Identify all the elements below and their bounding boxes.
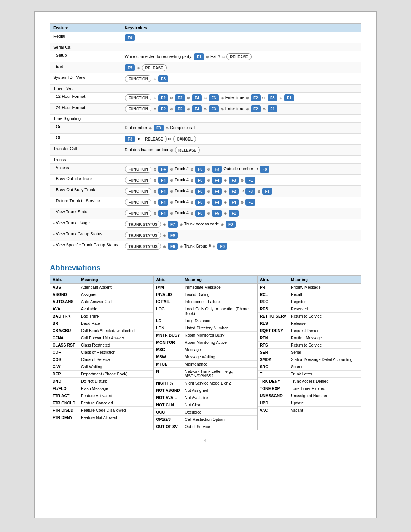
abbr-meaning: Occupied [182, 409, 257, 416]
abbr-meaning: Auto Answer Call [79, 298, 153, 305]
feature-cell: - On [50, 123, 121, 134]
feature-cell: Time - Set [50, 85, 121, 93]
abbr-code: MNTR BUSY [154, 332, 182, 339]
feature-cell: Tone Signaling [50, 115, 121, 123]
abbr-meaning: Call Forward No Answer [79, 334, 153, 342]
abbr-code: IC FAIL [154, 298, 182, 305]
keystrokes-col-header: Keystrokes [121, 24, 361, 32]
abbr-meaning: Station Message Detail Accounting [288, 356, 361, 363]
abbr-code: BR [50, 320, 79, 327]
abbr-row: MONITORRoom Monitoring Active [154, 339, 257, 346]
abbr-row: NOT ASGNDNot Assigned [154, 387, 257, 394]
feature-cell: - 12-Hour Format [50, 93, 121, 104]
abbreviations-title: Abbreviations [50, 264, 361, 272]
abbr-col-2: Abb. Meaning IMMImmediate MessageINVALID… [154, 276, 257, 430]
abbr-row: VACVacant [258, 407, 361, 414]
abbr-code: IMM [154, 284, 182, 291]
abbr-code: FTR ACT [50, 392, 79, 399]
abbr-code: RTS [258, 342, 289, 349]
abbr-meaning: Class Restricted [79, 342, 153, 349]
abbr-header-3: Abb. [258, 276, 289, 284]
abbr-code: SMDA [258, 356, 289, 363]
abbr-code [258, 414, 289, 417]
abbr-code: RQST DENY [258, 327, 289, 334]
abbr-meaning: Priority Message [288, 284, 361, 291]
abbr-code: FL/FLO [50, 385, 79, 392]
abbr-meaning: Recall [288, 291, 361, 298]
abbr-row: CORClass of Restriction [50, 349, 153, 356]
feature-cell: Serial Call [50, 43, 121, 51]
abbr-row: OP1/2/3Call Restriction Option [154, 416, 257, 423]
keystroke-cell [121, 156, 361, 164]
abbr-meaning: Flash Message [79, 385, 153, 392]
abbr-code: SRC [258, 363, 289, 371]
keystroke-cell [121, 115, 361, 123]
meaning-header-1: Meaning [79, 276, 153, 284]
abbr-col-1: Abb. Meaning ABSAttendant AbsentASGNDAss… [50, 276, 154, 430]
abbr-row: RTSReturn to Service [258, 342, 361, 349]
abbr-header-1: Abb. [50, 276, 79, 284]
feature-cell: - Return Trunk to Service [50, 197, 121, 208]
abbr-code: RES [258, 305, 289, 313]
abbr-row: SRCSource [258, 363, 361, 371]
abbr-meaning: Feature Not Allowed [79, 414, 153, 421]
abbr-meaning: Interconnect Failure [182, 298, 257, 305]
abbr-row: FTR DISLDFeature Code Disallowed [50, 407, 153, 414]
abbr-code: OCC [154, 409, 182, 416]
feature-cell: - Setup [50, 51, 121, 62]
abbr-meaning: Invalid Dialing [182, 291, 257, 298]
abbr-code: FTR DISLD [50, 407, 79, 414]
abbr-meaning: Call Waiting [79, 363, 153, 371]
abbr-meaning: Feature Code Disallowed [79, 407, 153, 414]
abbr-meaning: Tone Timer Expired [288, 385, 361, 392]
abbr-code: BAD TRK [50, 313, 79, 320]
keystroke-cell: FUNCTION ⊕ F8 [121, 73, 361, 85]
abbr-row: CLASS RSTClass Restricted [50, 342, 153, 349]
abbr-code: AUTO-ANS [50, 298, 79, 305]
keystroke-cell: FUNCTION ⊕ F2 ⊕ F2 ⊕ F4 ⊕ F3 ⊕ Enter tim… [121, 93, 361, 104]
abbr-code: COS [50, 356, 79, 363]
abbr-meaning: Class of Service [79, 356, 153, 363]
abbr-row: MTCEMaintenance [154, 361, 257, 368]
feature-cell: - Off [50, 134, 121, 145]
abbr-meaning: Local Calls Only or Location (Phone Book… [182, 305, 257, 317]
abbr-row: SMDAStation Message Detail Accounting [258, 356, 361, 363]
abbr-row: LDLong Distance [154, 317, 257, 324]
abbr-code: FTR DENY [50, 414, 79, 421]
abbr-row: RTNRoutine Message [258, 334, 361, 342]
keystroke-cell: Dial number ⊕ F3 ⊕ Complete call [121, 123, 361, 134]
abbr-row: OUT OF SVOut of Service [154, 423, 257, 430]
abbr-row: RESReserved [258, 305, 361, 313]
abbr-code: PR [258, 284, 289, 291]
feature-table: Feature Keystrokes RedialF9Serial Call- … [50, 23, 361, 252]
feature-cell: - Busy Out Idle Trunk [50, 175, 121, 186]
abbr-meaning: Bad Trunk [79, 313, 153, 320]
abbr-row: TRK DENYTrunk Access Denied [258, 378, 361, 385]
abbr-code: C/W [50, 363, 79, 371]
abbr-code: RCL [258, 291, 289, 298]
abbr-meaning: Out of Service [182, 423, 257, 430]
abbr-row: TTrunk Letter [258, 371, 361, 378]
abbr-code: OUT OF SV [154, 423, 182, 430]
abbr-code: CBA/CBU [50, 327, 79, 334]
abbr-meaning: Release [288, 320, 361, 327]
abbr-code: N [154, 368, 182, 380]
abbr-row: LDNListed Directory Number [154, 324, 257, 332]
feature-cell: Trunks [50, 156, 121, 164]
abbr-code: MSG [154, 346, 182, 353]
abbr-col-3: Abb. Meaning PRPriority MessageRCLRecall… [258, 276, 361, 430]
abbr-row: FTR DENYFeature Not Allowed [50, 414, 153, 421]
keystroke-cell: FUNCTION ⊕ F4 ⊕ Trunk # ⊕ F0 ⊕ F4 ⊕ F2 o… [121, 186, 361, 197]
abbr-row: UPDUpdate [258, 399, 361, 407]
abbr-code: UNASSGND [258, 392, 289, 399]
meaning-header-3: Meaning [288, 276, 361, 284]
abbr-meaning: Trunk Letter [288, 371, 361, 378]
abbr-code: NIGHT ½ [154, 380, 182, 387]
abbr-code: RLS [258, 320, 289, 327]
abbr-meaning: Reserved [288, 305, 361, 313]
abbr-meaning: Unassigned Number [288, 392, 361, 399]
abbr-row: MSGMessage [154, 346, 257, 353]
abbr-code: OP1/2/3 [154, 416, 182, 423]
abbr-meaning: Serial [288, 349, 361, 356]
feature-cell: Redial [50, 32, 121, 43]
